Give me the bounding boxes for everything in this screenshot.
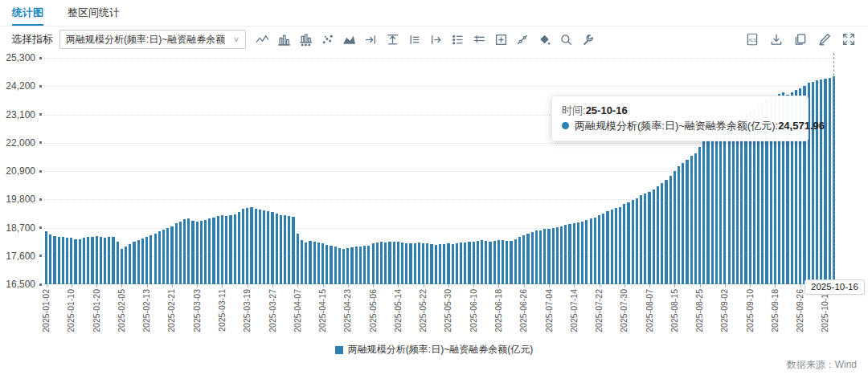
data-bar[interactable] bbox=[342, 249, 345, 284]
data-bar[interactable] bbox=[611, 210, 613, 284]
data-bar[interactable] bbox=[66, 238, 68, 284]
fill-style-icon[interactable] bbox=[536, 31, 553, 48]
data-bar[interactable] bbox=[367, 246, 370, 284]
data-bar[interactable] bbox=[816, 80, 818, 284]
data-bar[interactable] bbox=[91, 237, 93, 284]
data-bar[interactable] bbox=[581, 222, 583, 284]
data-bar[interactable] bbox=[526, 234, 529, 285]
data-bar[interactable] bbox=[208, 218, 211, 284]
tab-statistics-chart[interactable]: 统计图 bbox=[12, 0, 43, 26]
data-bar[interactable] bbox=[53, 236, 55, 284]
data-bar[interactable] bbox=[510, 241, 512, 284]
plot-area[interactable] bbox=[44, 58, 836, 284]
data-bar[interactable] bbox=[820, 79, 822, 284]
data-bar[interactable] bbox=[338, 248, 341, 285]
data-bar[interactable] bbox=[259, 210, 261, 284]
data-bar[interactable] bbox=[212, 218, 215, 284]
data-bar[interactable] bbox=[276, 214, 278, 284]
data-bar[interactable] bbox=[669, 176, 672, 284]
data-bar[interactable] bbox=[514, 239, 517, 284]
data-bar[interactable] bbox=[497, 240, 500, 284]
histogram-icon[interactable] bbox=[297, 31, 314, 48]
data-bar[interactable] bbox=[506, 241, 508, 284]
data-bar[interactable] bbox=[698, 147, 701, 284]
data-bar[interactable] bbox=[653, 190, 655, 284]
data-bar[interactable] bbox=[577, 222, 579, 284]
data-bar[interactable] bbox=[715, 132, 718, 284]
data-bar[interactable] bbox=[79, 239, 81, 284]
data-bar[interactable] bbox=[305, 243, 307, 284]
data-bar[interactable] bbox=[464, 243, 466, 284]
data-bar[interactable] bbox=[267, 211, 269, 284]
data-bar[interactable] bbox=[49, 234, 51, 284]
data-bar[interactable] bbox=[543, 229, 546, 284]
shift-right-axis-icon[interactable] bbox=[362, 31, 379, 48]
data-bar[interactable] bbox=[137, 240, 140, 284]
data-bar[interactable] bbox=[145, 237, 148, 284]
data-bar[interactable] bbox=[636, 198, 638, 284]
data-bar[interactable] bbox=[384, 243, 387, 284]
data-bar[interactable] bbox=[460, 243, 462, 284]
data-bar[interactable] bbox=[706, 138, 709, 284]
data-bar[interactable] bbox=[736, 120, 739, 284]
data-bar[interactable] bbox=[711, 136, 714, 284]
data-bar[interactable] bbox=[723, 127, 726, 284]
data-bar[interactable] bbox=[380, 242, 383, 284]
data-bar[interactable] bbox=[292, 217, 294, 284]
data-bar[interactable] bbox=[573, 223, 575, 284]
data-bar[interactable] bbox=[255, 209, 257, 284]
data-bar[interactable] bbox=[263, 210, 265, 284]
data-bar[interactable] bbox=[829, 78, 831, 284]
data-bar[interactable] bbox=[606, 211, 608, 284]
area-chart-icon[interactable] bbox=[341, 31, 358, 48]
data-bar[interactable] bbox=[678, 166, 680, 284]
data-bar[interactable] bbox=[456, 243, 458, 284]
data-bar[interactable] bbox=[70, 238, 72, 284]
list-icon[interactable] bbox=[471, 31, 488, 48]
data-bar[interactable] bbox=[422, 243, 424, 284]
data-bar[interactable] bbox=[141, 238, 144, 284]
data-bar[interactable] bbox=[435, 245, 437, 284]
data-bar[interactable] bbox=[502, 240, 504, 284]
data-bar[interactable] bbox=[187, 218, 190, 284]
copy-icon[interactable] bbox=[792, 31, 809, 48]
trendline-icon[interactable] bbox=[514, 31, 531, 48]
data-bar[interactable] bbox=[547, 229, 550, 284]
chart-legend[interactable]: 两融规模分析(频率:日)~融资融券余额(亿元) bbox=[0, 343, 868, 357]
data-bar[interactable] bbox=[372, 243, 375, 284]
data-bar[interactable] bbox=[481, 240, 483, 284]
data-bar[interactable] bbox=[452, 244, 454, 284]
data-bar[interactable] bbox=[217, 216, 219, 284]
data-bar[interactable] bbox=[149, 235, 152, 285]
data-bar[interactable] bbox=[619, 207, 621, 285]
data-bar[interactable] bbox=[326, 245, 328, 284]
data-bar[interactable] bbox=[594, 218, 596, 284]
data-bar[interactable] bbox=[674, 171, 676, 284]
data-bar[interactable] bbox=[728, 124, 731, 284]
data-bar[interactable] bbox=[665, 180, 667, 284]
data-bar[interactable] bbox=[598, 215, 600, 284]
edit-icon[interactable] bbox=[816, 31, 833, 48]
data-bar[interactable] bbox=[62, 237, 64, 284]
data-bar[interactable] bbox=[154, 234, 157, 285]
data-bar[interactable] bbox=[87, 237, 89, 284]
data-bar[interactable] bbox=[640, 195, 642, 284]
data-bar[interactable] bbox=[250, 207, 252, 284]
data-bar[interactable] bbox=[740, 116, 743, 284]
data-bar[interactable] bbox=[568, 224, 571, 284]
data-bar[interactable] bbox=[443, 244, 445, 284]
data-bar[interactable] bbox=[824, 79, 826, 284]
data-bar[interactable] bbox=[405, 243, 407, 284]
data-bar[interactable] bbox=[179, 222, 182, 285]
data-bar[interactable] bbox=[409, 243, 411, 284]
data-bar[interactable] bbox=[45, 231, 47, 284]
indicator-select[interactable]: 两融规模分析(频率:日)~融资融券余额(... ∨ bbox=[59, 30, 246, 49]
data-bar[interactable] bbox=[518, 237, 521, 284]
data-bar[interactable] bbox=[175, 223, 178, 284]
data-bar[interactable] bbox=[686, 160, 688, 284]
data-bar[interactable] bbox=[539, 230, 542, 284]
data-bar[interactable] bbox=[690, 156, 693, 284]
data-bar[interactable] bbox=[117, 242, 119, 284]
data-bar[interactable] bbox=[414, 243, 416, 284]
right-axis-icon[interactable] bbox=[428, 31, 444, 48]
